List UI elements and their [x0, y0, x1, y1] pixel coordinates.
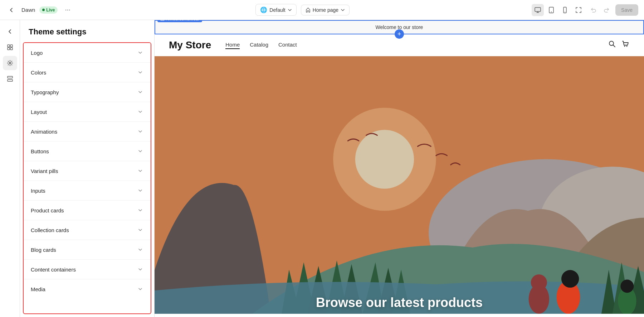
sidebar-item-blog-cards[interactable]: Blog cards: [24, 240, 151, 260]
view-buttons: [532, 4, 585, 16]
nav-link-catalog[interactable]: Catalog: [250, 42, 268, 49]
svg-rect-7: [8, 48, 10, 50]
tablet-icon: [548, 7, 555, 13]
svg-rect-10: [8, 76, 13, 78]
nav-links: Home Catalog Contact: [225, 42, 608, 49]
nav-settings-button[interactable]: [3, 56, 17, 70]
store-name: My Store: [169, 39, 211, 51]
undo-button[interactable]: [587, 4, 600, 16]
svg-rect-8: [10, 48, 13, 50]
settings-list: Logo Colors Typography Lay: [23, 42, 151, 314]
undo-icon: [590, 7, 597, 13]
svg-point-15: [626, 46, 628, 47]
sidebar-item-buttons[interactable]: Buttons: [24, 141, 151, 161]
search-icon[interactable]: [608, 40, 616, 50]
undo-redo-group: [587, 4, 613, 16]
chevron-down-icon: [137, 168, 143, 174]
fullscreen-view-button[interactable]: [572, 4, 585, 16]
chevron-down-icon: [137, 69, 143, 76]
add-section-button[interactable]: +: [395, 29, 404, 39]
svg-point-9: [9, 62, 11, 64]
nav-back-button[interactable]: [3, 24, 17, 39]
sidebar-item-colors[interactable]: Colors: [24, 63, 151, 82]
save-button[interactable]: Save: [615, 4, 638, 16]
sidebar-item-collection-cards[interactable]: Collection cards: [24, 220, 151, 240]
nav-link-contact[interactable]: Contact: [278, 42, 297, 49]
chevron-down-icon: [137, 286, 143, 292]
default-select[interactable]: 🌐 Default: [255, 4, 296, 16]
chevron-down-icon: [341, 8, 345, 12]
nav-blocks-button[interactable]: [3, 72, 17, 86]
topbar-center: 🌐 Default Home page: [255, 4, 350, 16]
chevron-down-icon: [137, 128, 143, 135]
chevron-down-icon: [137, 89, 143, 95]
announcement-icon: [160, 20, 165, 21]
announcement-badge: Announcement bar: [157, 20, 202, 22]
globe-icon: 🌐: [260, 6, 267, 13]
redo-icon: [603, 7, 610, 13]
sidebar-title: Theme settings: [20, 20, 154, 42]
hero-text-overlay: Browse our latest products: [316, 295, 483, 310]
back-nav-icon: [7, 28, 13, 35]
icon-nav: [0, 20, 20, 317]
sidebar-item-variant-pills[interactable]: Variant pills: [24, 161, 151, 181]
sidebar-item-product-cards[interactable]: Product cards: [24, 201, 151, 220]
chevron-down-icon: [137, 246, 143, 253]
blocks-nav-icon: [7, 76, 13, 82]
sidebar-item-layout[interactable]: Layout: [24, 102, 151, 122]
homepage-select[interactable]: Home page: [301, 5, 350, 15]
sidebar-item-content-containers[interactable]: Content containers: [24, 260, 151, 279]
back-icon: [9, 7, 14, 13]
sidebar-item-animations[interactable]: Animations: [24, 122, 151, 141]
svg-point-4: [565, 11, 565, 12]
fullscreen-icon: [575, 7, 582, 13]
chevron-down-icon: [288, 8, 292, 12]
settings-nav-icon: [7, 60, 13, 66]
topbar-left: Dawn Live ···: [6, 4, 73, 16]
topbar-right: Save: [532, 4, 638, 16]
hero-section: Browse our latest products: [155, 56, 644, 314]
sidebar-item-media[interactable]: Media: [24, 279, 151, 299]
announcement-bar[interactable]: Announcement bar Welcome to our store +: [155, 20, 644, 34]
svg-rect-5: [8, 45, 10, 47]
svg-point-26: [620, 279, 634, 293]
chevron-down-icon: [137, 227, 143, 233]
preview-area: Announcement bar Welcome to our store + …: [155, 20, 644, 317]
more-button[interactable]: ···: [62, 4, 73, 16]
desktop-icon: [535, 7, 541, 13]
back-button[interactable]: [6, 4, 17, 16]
svg-point-2: [551, 11, 552, 12]
hero-illustration: [155, 56, 644, 314]
chevron-down-icon: [137, 49, 143, 56]
svg-rect-0: [535, 8, 541, 11]
left-sidebar: Theme settings Logo Colors Typography: [20, 20, 155, 317]
redo-button[interactable]: [600, 4, 613, 16]
chevron-down-icon: [137, 266, 143, 273]
cart-icon[interactable]: [622, 40, 630, 50]
svg-point-22: [531, 274, 547, 290]
sidebar-item-typography[interactable]: Typography: [24, 82, 151, 102]
sections-icon: [7, 44, 13, 51]
preview-frame: Announcement bar Welcome to our store + …: [155, 20, 644, 317]
store-icons: [608, 40, 630, 50]
live-dot: [42, 9, 45, 11]
svg-point-14: [624, 46, 625, 47]
svg-point-24: [561, 270, 579, 288]
chevron-down-icon: [137, 109, 143, 115]
svg-rect-12: [161, 20, 164, 20]
home-icon: [306, 8, 311, 13]
main-body: Theme settings Logo Colors Typography: [0, 20, 644, 317]
svg-rect-11: [8, 80, 13, 81]
nav-grid-button[interactable]: [3, 40, 17, 54]
chevron-down-icon: [137, 207, 143, 213]
tablet-view-button[interactable]: [545, 4, 557, 16]
app-name: Dawn: [21, 7, 35, 13]
sidebar-item-inputs[interactable]: Inputs: [24, 181, 151, 201]
mobile-view-button[interactable]: [559, 4, 571, 16]
svg-point-18: [355, 130, 414, 188]
live-badge: Live: [39, 6, 58, 14]
desktop-view-button[interactable]: [532, 4, 544, 16]
sidebar-item-logo[interactable]: Logo: [24, 43, 151, 63]
nav-link-home[interactable]: Home: [225, 42, 240, 49]
topbar: Dawn Live ··· 🌐 Default Home page: [0, 0, 644, 20]
